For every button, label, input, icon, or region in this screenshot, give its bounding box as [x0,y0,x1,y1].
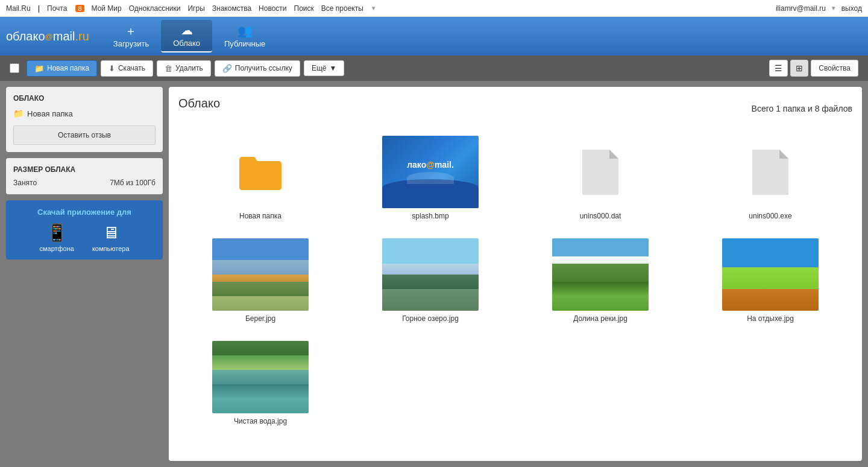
app-download-panel: Скачай приложение для 📱 смартфона 🖥 комп… [6,200,163,259]
computer-app-item[interactable]: 🖥 компьютера [92,223,130,252]
cloud-panel: ОБЛАКО 📁 Новая папка Оставить отзыв [6,87,163,152]
file-item[interactable]: На отдыхе.jpg [688,232,852,329]
voda-thumbnail [212,341,309,413]
chevron-down-icon: ▼ [329,64,336,72]
file-name: На отдыхе.jpg [747,314,794,323]
file-name: Новая папка [239,212,281,220]
download-icon: ⬇ [108,64,115,73]
folder-thumbnail [212,136,309,208]
new-folder-button[interactable]: 📁 Новая папка [27,60,97,77]
nav-igry[interactable]: Игры [187,4,204,13]
grid-view-button[interactable]: ⊞ [790,60,808,77]
download-label: Скачать [118,64,145,72]
upload-button[interactable]: ＋ Загрузить [101,20,161,52]
cloud-heading: ОБЛАКО [13,94,156,103]
file-name: Горное озеро.jpg [402,314,459,323]
storage-panel: РАЗМЕР ОБЛАКА Занято 7Мб из 100Гб [6,158,163,194]
nav-novosti[interactable]: Новости [259,4,286,13]
nav-ok[interactable]: Одноклассники [129,4,181,13]
file-item[interactable]: Чистая вода.jpg [178,335,342,431]
logo: облако@mail.ru [6,30,89,43]
delete-label: Удалить [175,64,203,72]
link-icon: 🔗 [222,64,232,73]
nav-vsepro[interactable]: Все проекты [321,4,363,13]
list-view-button[interactable]: ☰ [769,60,788,77]
storage-used-label: Занято [13,179,37,187]
smartphone-icon: 📱 [46,223,68,243]
sidebar-folder-item[interactable]: 📁 Новая папка [13,107,156,119]
folder-svg-icon [236,148,285,196]
document-svg-icon [752,150,788,195]
public-icon: 👥 [237,25,253,37]
app-title: Скачай приложение для [13,208,156,217]
splash-thumbnail: лако@mail. [382,136,479,208]
gorno-thumbnail [382,238,479,311]
logout-link[interactable]: выход [841,4,862,13]
dolina-thumbnail [552,238,649,311]
files-grid: Новая папка лако@mail. splash.bmp [178,130,852,329]
trash-icon: 🗑 [165,64,172,73]
select-all-checkbox[interactable] [10,63,19,73]
file-name: splash.bmp [412,212,448,220]
computer-icon: 🖥 [102,223,119,243]
share-label: Получить ссылку [235,64,292,72]
file-browser: Облако Всего 1 папка и 8 файлов Новая па… [169,87,862,461]
nav-znakomstva[interactable]: Знакомства [212,4,251,13]
action-toolbar: 📁 Новая папка ⬇ Скачать 🗑 Удалить 🔗 Полу… [0,56,868,81]
nav-mojmir[interactable]: Мой Мир [92,4,122,13]
dat-thumbnail [552,136,649,208]
file-name: unins000.dat [580,212,621,220]
file-item[interactable]: Горное озеро.jpg [348,232,512,329]
public-label: Публичные [224,39,265,48]
storage-row: Занято 7Мб из 100Гб [13,179,156,187]
nav-poisk[interactable]: Поиск [294,4,314,13]
file-item[interactable]: Долина реки.jpg [518,232,682,329]
file-item[interactable]: Берег.jpg [178,232,342,329]
file-item[interactable]: unins000.dat [518,130,682,226]
main-content: ОБЛАКО 📁 Новая папка Оставить отзыв РАЗМ… [0,81,868,467]
more-button[interactable]: Ещё ▼ [304,60,344,76]
smartphone-app-item[interactable]: 📱 смартфона [39,223,74,252]
file-name: Берег.jpg [245,314,275,323]
sidebar-folder-label: Новая папка [27,109,73,118]
file-item[interactable]: Новая папка [178,130,342,226]
smartphone-label: смартфона [39,245,74,252]
file-name: unins000.exe [749,212,791,220]
toolbar-right: ☰ ⊞ Свойства [769,60,858,77]
storage-heading: РАЗМЕР ОБЛАКА [13,165,156,174]
download-button[interactable]: ⬇ Скачать [101,60,153,77]
upload-icon: ＋ [125,25,137,37]
sidebar: ОБЛАКО 📁 Новая папка Оставить отзыв РАЗМ… [0,81,169,467]
nav-mailru[interactable]: Mail.Ru [6,4,31,13]
feedback-button[interactable]: Оставить отзыв [13,125,156,145]
file-name: Долина реки.jpg [573,314,627,323]
new-folder-label: Новая папка [47,64,89,72]
user-email-link[interactable]: iliamrv@mail.ru [776,4,826,13]
properties-button[interactable]: Свойства [811,60,858,77]
app-icons: 📱 смартфона 🖥 компьютера [13,223,156,252]
mail-badge: 8 [75,5,84,12]
computer-label: компьютера [92,245,130,252]
document-svg-icon [582,150,618,195]
top-nav-right: iliamrv@mail.ru ▼ выход [776,4,862,13]
public-button[interactable]: 👥 Публичные [212,20,277,52]
cloud-button[interactable]: ☁ Облако [161,20,212,52]
share-button[interactable]: 🔗 Получить ссылку [215,60,300,77]
main-toolbar: облако@mail.ru ＋ Загрузить ☁ Облако 👥 Пу… [0,17,868,56]
browser-title: Облако [178,97,220,110]
more-label: Ещё [312,64,327,72]
delete-button[interactable]: 🗑 Удалить [157,60,211,77]
file-item[interactable]: лако@mail. splash.bmp [348,130,512,226]
cloud-icon: ☁ [181,24,193,36]
bereg-thumbnail [212,238,309,311]
top-navigation: Mail.Ru | Почта 8 Мой Мир Одноклассники … [0,0,868,17]
exe-thumbnail [722,136,819,208]
file-name: Чистая вода.jpg [234,417,287,425]
file-item[interactable]: unins000.exe [688,130,852,226]
nav-pochta[interactable]: Почта [47,4,67,13]
folder-icon: 📁 [34,64,44,73]
cloud-label: Облако [173,39,200,48]
storage-used-value: 7Мб из 100Гб [110,179,156,187]
total-count: Всего 1 папка и 8 файлов [752,104,852,113]
sidebar-folder-icon: 📁 [13,109,24,118]
